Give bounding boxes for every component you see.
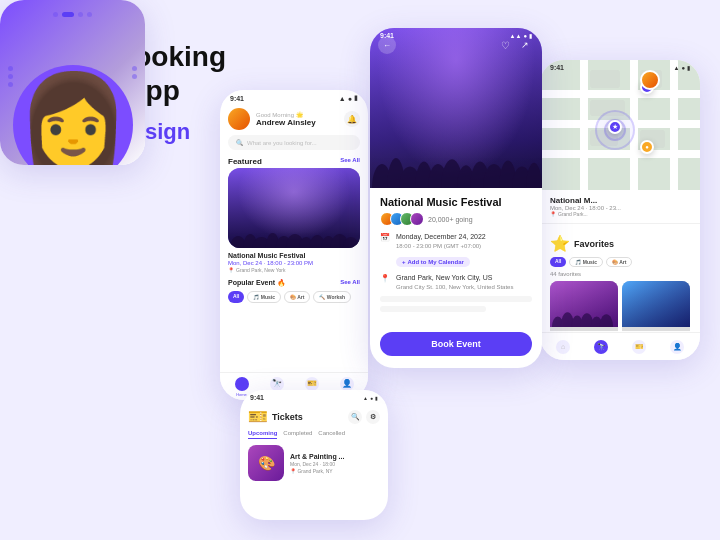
p3-nav-explore[interactable]: 🔭 [594, 340, 608, 354]
p2-date-row: 📅 Monday, December 24, 2022 18:00 - 23:0… [380, 232, 532, 268]
p1-see-all-2[interactable]: See All [340, 279, 360, 287]
p3-card2-image [622, 281, 690, 327]
p4-header: 🎫 Tickets 🔍 ⚙ [248, 407, 380, 426]
heart-icon: ♡ [501, 40, 510, 51]
p1-search-bar[interactable]: 🔍 What are you looking for... [228, 135, 360, 150]
loc-icon: 📍 [228, 267, 234, 273]
signal-icon: ▲ [339, 95, 346, 102]
p1-popular-header: Popular Event 🔥 See All [220, 275, 368, 289]
p2-date-label: Monday, December 24, 2022 [396, 232, 486, 242]
fav-tag-art[interactable]: 🎨 Art [606, 257, 632, 267]
status-bar-2: 9:41 ▲▲ ● ▮ [370, 28, 542, 41]
p2-add-calendar-btn[interactable]: + Add to My Calendar [396, 257, 470, 267]
p3-divider [540, 223, 700, 224]
p1-tag-art[interactable]: 🎨 Art [284, 291, 310, 303]
p2-event-title: National Music Festival [380, 196, 532, 208]
p1-featured-label: Featured [228, 157, 262, 166]
location-icon: 📍 [380, 274, 390, 283]
p1-popular-label: Popular Event 🔥 [228, 279, 286, 287]
p3-explore-icon: 🔭 [594, 340, 608, 354]
status-bar-1: 9:41 ▲ ● ▮ [220, 90, 368, 104]
signal-icon-2: ▲▲ [509, 33, 521, 39]
bat4: ▮ [375, 395, 378, 401]
phone2-screen: 9:41 ▲▲ ● ▮ [370, 28, 542, 368]
p3-event-loc: 📍 Grand Park... [550, 211, 690, 217]
p1-header: Good Morning 🌟 Andrew Ainsley 🔔 [220, 104, 368, 132]
p2-book-event-button[interactable]: Book Event [380, 332, 532, 356]
p3-nav-home[interactable]: ⌂ [556, 340, 570, 354]
right-dot-1 [132, 66, 137, 71]
p2-attendees-count: 20,000+ going [428, 216, 473, 223]
p1-user-avatar [228, 108, 250, 130]
p1-tag-music[interactable]: 🎵 Music [247, 291, 281, 303]
p1-see-all-1[interactable]: See All [340, 157, 360, 166]
add-calendar-icon: + [402, 259, 406, 265]
p2-hero-image: ← ♡ ↗ [370, 28, 542, 188]
status-time-4: 9:41 [250, 394, 264, 401]
p4-filter-btn[interactable]: ⚙ [366, 410, 380, 424]
signal-icon-3: ▲ [673, 65, 679, 71]
p4-tabs: Upcoming Completed Cancelled [248, 430, 380, 439]
wifi-icon-3: ● [681, 65, 685, 71]
pin-icon: ★ [612, 123, 618, 131]
p4-tab-upcoming[interactable]: Upcoming [248, 430, 277, 439]
p1-greeting: Good Morning 🌟 [256, 111, 316, 118]
p3-favorites-count: 44 favorites [550, 271, 690, 277]
p3-profile-icon: 👤 [670, 340, 684, 354]
p1-tag-workshop[interactable]: 🔨 Worksh [313, 291, 351, 303]
p4-ticket-loc: 📍 Grand Park, NY [290, 468, 344, 474]
phone3-screen: 9:41 ▲ ● ▮ [540, 60, 700, 360]
p3-favorites-tags: All 🎵 Music 🎨 Art [550, 257, 690, 267]
p4-tab-completed[interactable]: Completed [283, 430, 312, 439]
p4-content: 🎫 Tickets 🔍 ⚙ Upcoming Completed Cancell… [240, 403, 388, 485]
p5-background: 👩 [0, 0, 145, 165]
p2-avatars [380, 212, 424, 226]
p3-nav-profile[interactable]: 👤 [670, 340, 684, 354]
p4-search-btn[interactable]: 🔍 [348, 410, 362, 424]
p5-page-dots [0, 12, 145, 17]
p5-dot-3 [78, 12, 83, 17]
p3-tickets-icon: 🎫 [632, 340, 646, 354]
p2-time-label: 18:00 - 23:00 PM (GMT +07:00) [396, 242, 486, 250]
tickets-icon-p4: 🎫 [248, 407, 268, 426]
p2-desc-line1 [380, 296, 532, 302]
p4-tab-cancelled[interactable]: Cancelled [318, 430, 345, 439]
wifi-icon: ● [348, 95, 352, 102]
battery-icon-3: ▮ [687, 64, 690, 71]
fav-tag-all[interactable]: All [550, 257, 566, 267]
p5-person-figure: 👩 [17, 75, 129, 165]
right-dot-2 [132, 74, 137, 79]
home-nav-icon: ⌂ [235, 377, 249, 391]
phone-tickets: 9:41 ▲ ● ▮ 🎫 Tickets 🔍 ⚙ Upcoming Com [240, 390, 388, 520]
p3-map-view: ★ ● ● [540, 60, 700, 190]
p3-favorites-title: Favorites [574, 239, 614, 249]
card1-crowd [550, 295, 618, 327]
map-avatar-pin [640, 70, 660, 90]
phone-promo: 👩 [0, 0, 145, 165]
left-dot-1 [8, 66, 13, 71]
tickets-nav-icon: 🎫 [305, 377, 319, 391]
profile-nav-icon: 👤 [340, 377, 354, 391]
p4-ticket-info: Art & Painting ... Mon, Dec 24 · 18:00 📍… [290, 453, 344, 474]
loc-icon-p4: 📍 [290, 468, 296, 474]
explore-nav-icon: 🔭 [270, 377, 284, 391]
back-icon: ← [383, 41, 391, 50]
map-pin-main[interactable]: ★ [608, 120, 622, 134]
p3-nav-tickets[interactable]: 🎫 [632, 340, 646, 354]
crowd-svg [228, 208, 360, 248]
p3-card1-image [550, 281, 618, 327]
p4-ticket-row: 🎨 Art & Painting ... Mon, Dec 24 · 18:00… [248, 445, 380, 481]
p1-featured-header: Featured See All [220, 153, 368, 168]
p2-location-row: 📍 Grand Park, New York City, US Grand Ci… [380, 273, 532, 291]
calendar-icon: 📅 [380, 233, 390, 242]
p3-favorites-header: ⭐ Favorites [550, 234, 690, 253]
status-bar-3: 9:41 ▲ ● ▮ [540, 60, 700, 73]
map-pin-3[interactable]: ● [640, 140, 654, 154]
p4-header-actions: 🔍 ⚙ [348, 410, 380, 424]
phone-home: 9:41 ▲ ● ▮ Good Morning 🌟 Andrew Ainsley… [220, 90, 368, 400]
fav-tag-music[interactable]: 🎵 Music [569, 257, 603, 267]
p2-attendees-row: 20,000+ going [380, 212, 532, 226]
p1-bell-button[interactable]: 🔔 [344, 111, 360, 127]
p1-tag-all[interactable]: All [228, 291, 244, 303]
phone-event-detail: 9:41 ▲▲ ● ▮ [370, 28, 542, 368]
